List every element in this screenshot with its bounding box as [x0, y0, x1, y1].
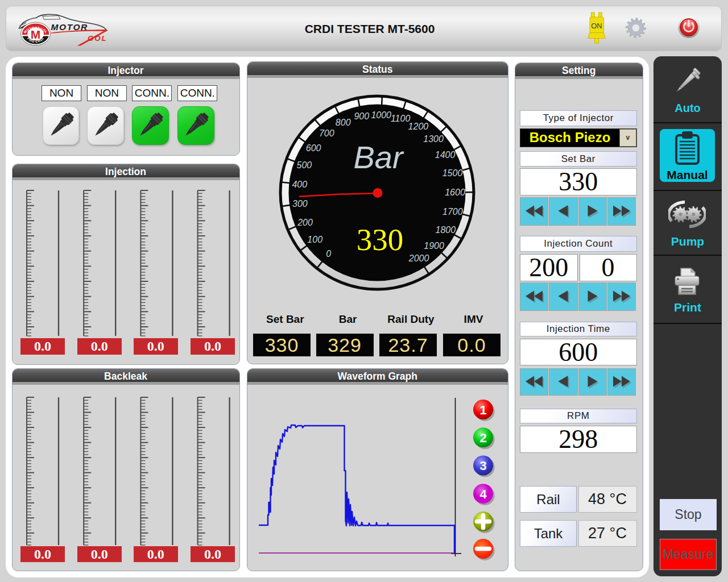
svg-text:330: 330 — [357, 222, 404, 257]
svg-text:1600: 1600 — [445, 188, 465, 197]
svg-text:1: 1 — [479, 403, 486, 417]
svg-text:1700: 1700 — [442, 207, 463, 217]
svg-text:2: 2 — [479, 431, 486, 445]
svg-text:100: 100 — [307, 235, 322, 244]
svg-text:ON: ON — [591, 22, 602, 30]
svg-text:1900: 1900 — [424, 241, 444, 251]
svg-text:1400: 1400 — [435, 150, 456, 160]
svg-text:1800: 1800 — [436, 225, 456, 235]
svg-text:1200: 1200 — [408, 122, 429, 131]
svg-text:1500: 1500 — [442, 168, 463, 178]
svg-text:1300: 1300 — [423, 134, 444, 144]
svg-text:900: 900 — [354, 111, 369, 121]
svg-text:300: 300 — [292, 199, 308, 209]
svg-text:Bar: Bar — [353, 139, 404, 175]
svg-text:600: 600 — [306, 143, 321, 153]
svg-text:400: 400 — [292, 180, 307, 189]
svg-text:0: 0 — [326, 249, 331, 259]
svg-text:1100: 1100 — [391, 114, 411, 123]
svg-text:4: 4 — [479, 487, 487, 501]
svg-text:1000: 1000 — [371, 110, 391, 120]
svg-text:700: 700 — [319, 128, 334, 138]
svg-text:200: 200 — [297, 218, 313, 227]
svg-text:800: 800 — [336, 118, 351, 127]
svg-text:3: 3 — [479, 459, 486, 473]
svg-text:2000: 2000 — [408, 253, 429, 263]
svg-text:500: 500 — [297, 160, 312, 170]
